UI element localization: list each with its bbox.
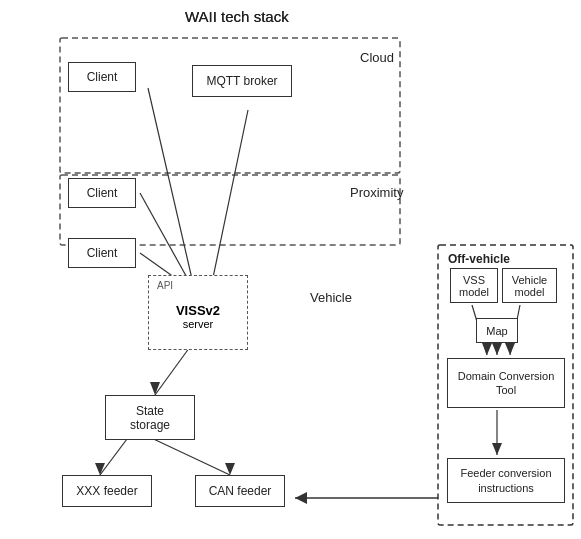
- cloud-label: Cloud: [360, 50, 394, 65]
- api-label: API: [157, 280, 173, 291]
- svg-line-9: [100, 435, 130, 475]
- proximity-label: Proximity: [350, 185, 403, 200]
- svg-marker-14: [295, 492, 307, 504]
- feeder-conversion-box: Feeder conversioninstructions: [447, 458, 565, 503]
- vss-model-box: VSSmodel: [450, 268, 498, 303]
- server-label: server: [183, 318, 214, 330]
- mqtt-box: MQTT broker: [192, 65, 292, 97]
- vissv2-label: VISSv2: [176, 303, 220, 318]
- svg-marker-20: [492, 343, 502, 355]
- svg-marker-12: [225, 463, 235, 475]
- xxx-feeder-box: XXX feeder: [62, 475, 152, 507]
- svg-line-3: [148, 88, 195, 292]
- svg-marker-16: [482, 343, 492, 355]
- svg-marker-22: [492, 443, 502, 455]
- svg-marker-18: [505, 343, 515, 355]
- vehicle-label: Vehicle: [310, 290, 352, 305]
- client3-box: Client: [68, 238, 136, 268]
- client1-box: Client: [68, 62, 136, 92]
- client2-box: Client: [68, 178, 136, 208]
- vissv2-box: API VISSv2 server: [148, 275, 248, 350]
- diagram: WAII tech stack: [0, 0, 581, 539]
- svg-marker-10: [95, 463, 105, 475]
- map-box: Map: [476, 318, 518, 343]
- svg-line-6: [210, 110, 248, 292]
- can-feeder-box: CAN feeder: [195, 475, 285, 507]
- svg-rect-0: [60, 38, 400, 173]
- off-vehicle-label: Off-vehicle: [448, 252, 510, 266]
- state-storage-box: Statestorage: [105, 395, 195, 440]
- svg-line-11: [145, 435, 230, 475]
- page-title-text: WAII tech stack: [185, 8, 289, 25]
- domain-conversion-box: Domain ConversionTool: [447, 358, 565, 408]
- svg-marker-8: [150, 382, 160, 395]
- vehicle-model-box: Vehiclemodel: [502, 268, 557, 303]
